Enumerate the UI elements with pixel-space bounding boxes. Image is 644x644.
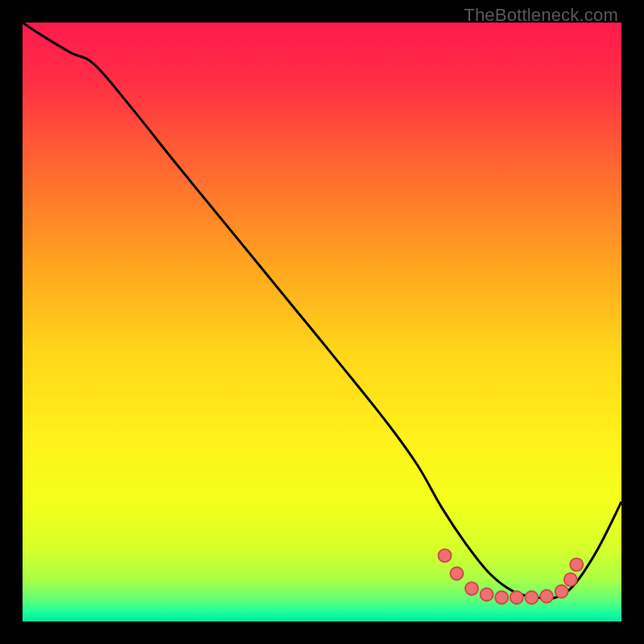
curve-marker bbox=[495, 591, 508, 604]
curve-marker bbox=[465, 582, 478, 595]
curve-marker bbox=[540, 590, 553, 603]
curve-marker bbox=[525, 591, 538, 604]
curve-marker bbox=[450, 567, 463, 580]
bottleneck-line bbox=[23, 23, 621, 599]
outer-frame: TheBottleneck.com bbox=[0, 0, 644, 644]
curve-marker bbox=[439, 549, 452, 562]
curve-layer bbox=[23, 23, 621, 621]
curve-marker bbox=[555, 585, 568, 598]
curve-marker bbox=[570, 558, 583, 571]
marker-group bbox=[439, 549, 584, 604]
curve-marker bbox=[564, 573, 577, 586]
curve-marker bbox=[481, 588, 493, 601]
curve-marker bbox=[510, 591, 523, 604]
plot-area bbox=[23, 23, 621, 621]
